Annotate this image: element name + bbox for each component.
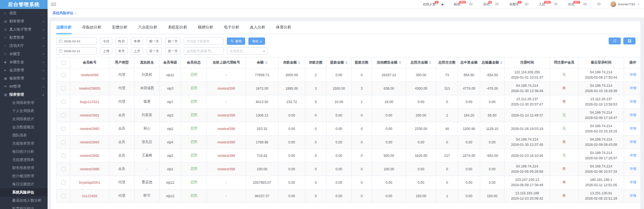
detail-link[interactable]: 详情 [629, 153, 636, 157]
col-header-total_winloss[interactable]: 总输赢金额 [480, 57, 505, 68]
stat-入款[interactable]: 入款310 [539, 2, 558, 7]
mute-toggle[interactable] [597, 2, 601, 7]
sidebar-subitem[interactable]: 全局报表统计 [0, 115, 48, 123]
tab-棋牌分析[interactable]: 棋牌分析 [198, 25, 213, 34]
hamburger-menu-icon[interactable] [51, 3, 56, 6]
date-from-input[interactable]: 2026-02-01 [56, 37, 97, 45]
col-header-deposit_amount[interactable]: 存款金额 [278, 57, 305, 68]
tab-六合彩分析[interactable]: 六合彩分析 [138, 25, 158, 34]
stat-活动[interactable]: 活动0 [483, 2, 500, 7]
quick-button-上周[interactable]: 上周 [100, 47, 112, 55]
sidebar-subitem[interactable]: 团队报表 [0, 131, 48, 139]
quick-button-前一月[interactable]: 前一月 [165, 37, 181, 45]
sidebar-item-finance[interactable]: ▤财务管理∨ [0, 17, 48, 25]
account-link[interactable]: newtest3984 [80, 140, 99, 144]
sidebar-item-yuebao[interactable]: ◇余额宝∨ [0, 50, 48, 58]
speaker-mute-wrap[interactable] [525, 2, 529, 7]
quick-button-前一天[interactable]: 前一天 [146, 37, 162, 45]
play-icon[interactable]: ▶ [442, 3, 444, 6]
speaker-mute-wrap[interactable] [597, 2, 601, 7]
date-to-input[interactable]: 2026-02-11 [56, 47, 97, 55]
row-checkbox[interactable] [61, 140, 65, 144]
sidebar-item-im[interactable]: ✉IM管理∨ [0, 82, 48, 90]
select-all-checkbox[interactable] [61, 61, 65, 65]
detail-link[interactable]: 详情 [629, 99, 636, 103]
col-header-withdraw_amount[interactable]: 提款金额 [326, 57, 352, 68]
col-header-balance[interactable]: 余额 [246, 57, 278, 68]
sort-icon[interactable] [298, 61, 300, 64]
quick-button-本周[interactable]: 本周 [131, 37, 143, 45]
row-checkbox[interactable] [61, 86, 65, 90]
detail-link[interactable]: 详情 [629, 194, 636, 198]
sidebar-item-home[interactable]: ⌂首页 [0, 9, 48, 17]
tab-真人分析[interactable]: 真人分析 [250, 25, 265, 34]
detail-link[interactable]: 详情 [629, 126, 636, 130]
speaker-mute-wrap[interactable] [554, 2, 558, 7]
member-account-input[interactable]: 会员账号(多账号) [184, 47, 224, 55]
account-link[interactable]: bryantqa0001 [79, 180, 100, 185]
tab-存取款分析[interactable]: 存取款分析 [82, 25, 102, 34]
agent-search-input[interactable]: 代理及下线查询 [184, 37, 224, 45]
sidebar-item-live-casino[interactable]: ◎真人电子管理∨ [0, 25, 48, 33]
sidebar-subitem[interactable]: 充值通道报表 [0, 156, 48, 164]
account-link[interactable]: newtest39855 [79, 86, 100, 90]
col-header-total_bet_amount[interactable]: 总投注金额 [406, 57, 436, 68]
sidebar-subitem[interactable]: 每日注册统计 [0, 180, 48, 188]
quick-button-上月[interactable]: 上月 [131, 47, 143, 55]
parent-account-link[interactable]: newtest398 [218, 113, 235, 117]
sidebar-subitem[interactable]: 会员数据概况 [0, 123, 48, 131]
sort-icon[interactable] [429, 61, 431, 64]
quick-button-昨日[interactable]: 昨日 [115, 37, 128, 45]
page-tag[interactable]: 系统风险评估 [52, 11, 73, 16]
tab-彩票分析[interactable]: 彩票分析 [112, 25, 128, 34]
sidebar-item-members[interactable]: ●会员管理∨ [0, 66, 48, 74]
tag-close-icon[interactable]: × [75, 11, 77, 15]
account-link[interactable]: newtest3981 [80, 113, 99, 117]
tab-系统彩分析[interactable]: 系统彩分析 [168, 25, 187, 34]
columns-grid-button[interactable] [623, 37, 635, 44]
parent-account-link[interactable]: newtest398 [218, 167, 235, 171]
account-link[interactable]: bugo123321 [80, 100, 99, 104]
detail-link[interactable]: 详情 [629, 180, 636, 184]
detail-link[interactable]: 详情 [629, 86, 636, 90]
user-menu[interactable]: bonnie7781 ∨ [610, 1, 639, 7]
detail-link[interactable]: 详情 [629, 113, 636, 117]
row-checkbox[interactable] [61, 167, 65, 171]
sidebar-item-reports[interactable]: ▦报表管理∧ [0, 90, 48, 99]
quick-button-本月[interactable]: 本月 [115, 47, 128, 55]
speaker-mute-wrap[interactable] [583, 2, 587, 7]
sidebar-item-lottery[interactable]: ✩彩票管理∨ [0, 33, 48, 42]
account-link[interactable]: za123456 [82, 194, 97, 198]
account-link[interactable]: newtest3982 [80, 154, 99, 158]
account-link[interactable]: newtest3985 [80, 167, 99, 171]
sort-icon[interactable] [265, 61, 268, 64]
quick-button-后一月[interactable]: 后一月 [165, 47, 181, 55]
row-checkbox[interactable] [61, 154, 65, 158]
stat-出款[interactable]: 出款227 [568, 2, 587, 7]
speaker-mute-wrap[interactable] [469, 2, 473, 7]
parent-account-link[interactable]: newtest398 [218, 140, 235, 144]
export-button[interactable]: 导出 ∨ [248, 37, 265, 45]
row-checkbox[interactable] [61, 180, 65, 185]
sidebar-subitem[interactable]: 最高在线人数分析 [0, 196, 48, 205]
sidebar-item-yue-shengjin[interactable]: ◆余额生金∨ [0, 58, 48, 66]
row-checkbox[interactable] [61, 100, 65, 104]
row-checkbox[interactable] [61, 73, 65, 77]
sidebar-subitem[interactable]: 个人全局报表 [0, 107, 48, 115]
detail-link[interactable]: 详情 [629, 73, 636, 77]
parent-account-link[interactable]: newtest398 [218, 154, 235, 158]
member-status-select[interactable]: 会员状态 ∨ [227, 47, 268, 55]
sidebar-item-activity-hall[interactable]: ◔活动大厅∨ [0, 42, 48, 50]
parent-account-link[interactable]: newtest398 [218, 86, 235, 90]
tab-运营分析[interactable]: 运营分析 [56, 25, 72, 34]
sidebar-item-merchant[interactable]: ▣银商管理∨ [0, 74, 48, 82]
sort-icon[interactable] [345, 61, 348, 64]
parent-account-link[interactable]: newtest398 [218, 127, 235, 131]
sidebar-subitem[interactable]: 每日统计分析 [0, 147, 48, 156]
tab-体育分析[interactable]: 体育分析 [276, 25, 292, 34]
stat-余额宝[interactable]: 余额宝1 [509, 2, 529, 7]
sort-icon[interactable] [500, 61, 503, 64]
col-header-activity_bonus[interactable]: 活动赠送金额 [372, 57, 406, 68]
account-link[interactable]: newtest3983 [80, 127, 99, 131]
sidebar-subitem[interactable]: 统计概况管理 [0, 172, 48, 180]
